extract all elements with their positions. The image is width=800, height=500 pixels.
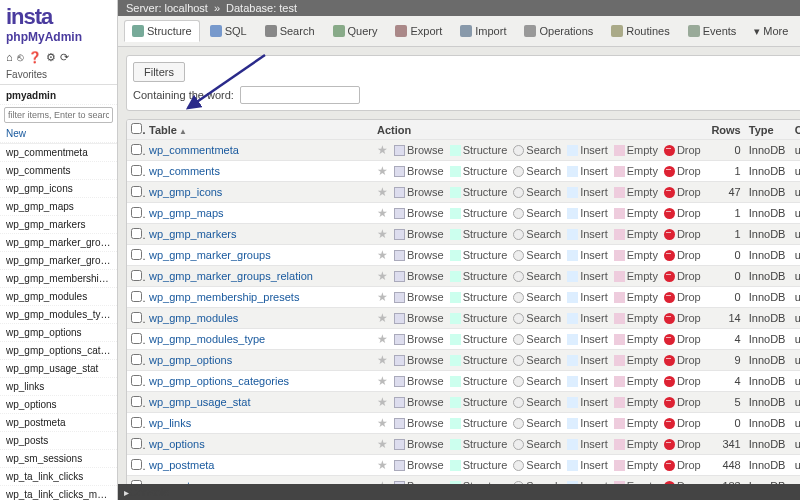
tab-sql[interactable]: SQL — [202, 20, 255, 42]
insert-action[interactable]: Insert — [565, 438, 610, 450]
structure-action[interactable]: Structure — [448, 270, 510, 282]
structure-action[interactable]: Structure — [448, 312, 510, 324]
browse-action[interactable]: Browse — [392, 186, 446, 198]
favorite-star-icon[interactable]: ★ — [377, 227, 388, 241]
empty-action[interactable]: Empty — [612, 270, 660, 282]
browse-action[interactable]: Browse — [392, 417, 446, 429]
tab-import[interactable]: Import — [452, 20, 514, 42]
drop-action[interactable]: Drop — [662, 417, 703, 429]
tree-table-item[interactable]: wp_gmp_options_categor — [0, 342, 117, 360]
insert-action[interactable]: Insert — [565, 459, 610, 471]
table-name-link[interactable]: wp_gmp_marker_groups — [149, 249, 271, 261]
tree-table-item[interactable]: wp_ta_link_clicks_meta — [0, 486, 117, 500]
browse-action[interactable]: Browse — [392, 291, 446, 303]
search-action[interactable]: Search — [511, 396, 563, 408]
tab-more[interactable]: ▾More — [746, 20, 796, 42]
col-header-table[interactable]: Table▲ — [145, 121, 373, 139]
browse-action[interactable]: Browse — [392, 144, 446, 156]
structure-action[interactable]: Structure — [448, 207, 510, 219]
row-checkbox[interactable] — [131, 396, 142, 407]
empty-action[interactable]: Empty — [612, 207, 660, 219]
browse-action[interactable]: Browse — [392, 459, 446, 471]
empty-action[interactable]: Empty — [612, 375, 660, 387]
browse-action[interactable]: Browse — [392, 165, 446, 177]
drop-action[interactable]: Drop — [662, 459, 703, 471]
tree-table-item[interactable]: wp_gmp_modules — [0, 288, 117, 306]
empty-action[interactable]: Empty — [612, 249, 660, 261]
search-action[interactable]: Search — [511, 459, 563, 471]
tree-table-item[interactable]: wp_gmp_options — [0, 324, 117, 342]
empty-action[interactable]: Empty — [612, 438, 660, 450]
structure-action[interactable]: Structure — [448, 459, 510, 471]
empty-action[interactable]: Empty — [612, 396, 660, 408]
table-name-link[interactable]: wp_gmp_markers — [149, 228, 236, 240]
insert-action[interactable]: Insert — [565, 144, 610, 156]
drop-action[interactable]: Drop — [662, 270, 703, 282]
row-checkbox[interactable] — [131, 312, 142, 323]
tab-operations[interactable]: Operations — [516, 20, 601, 42]
empty-action[interactable]: Empty — [612, 144, 660, 156]
insert-action[interactable]: Insert — [565, 249, 610, 261]
filters-button[interactable]: Filters — [133, 62, 185, 82]
search-action[interactable]: Search — [511, 207, 563, 219]
search-action[interactable]: Search — [511, 249, 563, 261]
new-table-link[interactable]: New — [0, 125, 117, 143]
home-icon[interactable]: ⌂ — [6, 51, 13, 64]
search-action[interactable]: Search — [511, 354, 563, 366]
drop-action[interactable]: Drop — [662, 291, 703, 303]
structure-action[interactable]: Structure — [448, 186, 510, 198]
structure-action[interactable]: Structure — [448, 291, 510, 303]
tree-table-item[interactable]: wp_ta_link_clicks — [0, 468, 117, 486]
browse-action[interactable]: Browse — [392, 249, 446, 261]
favorite-star-icon[interactable]: ★ — [377, 437, 388, 451]
logout-icon[interactable]: ⎋ — [17, 51, 24, 64]
structure-action[interactable]: Structure — [448, 228, 510, 240]
tree-table-item[interactable]: wp_sm_sessions — [0, 450, 117, 468]
tab-structure[interactable]: Structure — [124, 20, 200, 42]
tree-table-item[interactable]: wp_gmp_modules_type — [0, 306, 117, 324]
col-header-type[interactable]: Type — [745, 121, 791, 139]
col-header-collation[interactable]: Collation — [791, 121, 800, 139]
favorite-star-icon[interactable]: ★ — [377, 290, 388, 304]
favorite-star-icon[interactable]: ★ — [377, 416, 388, 430]
favorite-star-icon[interactable]: ★ — [377, 332, 388, 346]
drop-action[interactable]: Drop — [662, 312, 703, 324]
empty-action[interactable]: Empty — [612, 228, 660, 240]
browse-action[interactable]: Browse — [392, 396, 446, 408]
tree-table-item[interactable]: wp_links — [0, 378, 117, 396]
tree-table-item[interactable]: wp_options — [0, 396, 117, 414]
structure-action[interactable]: Structure — [448, 333, 510, 345]
tab-routines[interactable]: Routines — [603, 20, 677, 42]
empty-action[interactable]: Empty — [612, 186, 660, 198]
browse-action[interactable]: Browse — [392, 438, 446, 450]
favorite-star-icon[interactable]: ★ — [377, 269, 388, 283]
search-action[interactable]: Search — [511, 291, 563, 303]
drop-action[interactable]: Drop — [662, 186, 703, 198]
structure-action[interactable]: Structure — [448, 249, 510, 261]
drop-action[interactable]: Drop — [662, 333, 703, 345]
drop-action[interactable]: Drop — [662, 354, 703, 366]
tree-table-item[interactable]: wp_gmp_icons — [0, 180, 117, 198]
tree-table-item[interactable]: wp_gmp_maps — [0, 198, 117, 216]
structure-action[interactable]: Structure — [448, 375, 510, 387]
row-checkbox[interactable] — [131, 228, 142, 239]
table-name-link[interactable]: wp_gmp_membership_presets — [149, 291, 299, 303]
browse-action[interactable]: Browse — [392, 228, 446, 240]
insert-action[interactable]: Insert — [565, 354, 610, 366]
search-action[interactable]: Search — [511, 270, 563, 282]
insert-action[interactable]: Insert — [565, 165, 610, 177]
empty-action[interactable]: Empty — [612, 354, 660, 366]
favorite-star-icon[interactable]: ★ — [377, 143, 388, 157]
search-action[interactable]: Search — [511, 144, 563, 156]
tab-events[interactable]: Events — [680, 20, 745, 42]
browse-action[interactable]: Browse — [392, 270, 446, 282]
insert-action[interactable]: Insert — [565, 270, 610, 282]
insert-action[interactable]: Insert — [565, 186, 610, 198]
browse-action[interactable]: Browse — [392, 333, 446, 345]
structure-action[interactable]: Structure — [448, 417, 510, 429]
docs-icon[interactable]: ❓ — [28, 51, 42, 64]
favorite-star-icon[interactable]: ★ — [377, 353, 388, 367]
table-name-link[interactable]: wp_options — [149, 438, 205, 450]
structure-action[interactable]: Structure — [448, 438, 510, 450]
reload-icon[interactable]: ⟳ — [60, 51, 69, 64]
